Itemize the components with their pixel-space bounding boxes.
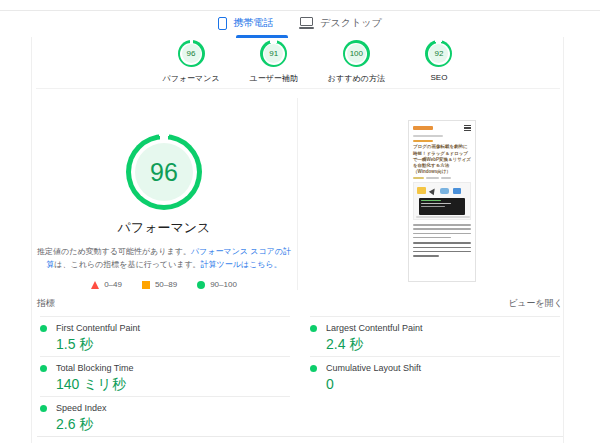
score-item-best-practices[interactable]: 100 おすすめの方法 (315, 40, 397, 84)
legend-pass-range: 90–100 (210, 280, 237, 289)
metric-name: Largest Contentful Paint (326, 323, 423, 333)
legend-average: 50–89 (142, 280, 177, 289)
cursor-icon (429, 187, 437, 195)
webp-file-icon (440, 188, 449, 194)
tab-desktop[interactable]: デスクトップ (299, 14, 381, 32)
description-text: 推定値のため変動する可能性があります。 (37, 247, 191, 256)
metrics-title: 指標 (37, 297, 55, 310)
top-divider (0, 10, 600, 11)
thumb-category-label (413, 140, 433, 143)
score-description: 推定値のため変動する可能性があります。パフォーマンス スコアの計算は、これらの指… (34, 246, 294, 272)
performance-gauge[interactable]: 96 (126, 134, 202, 210)
laptop-base (416, 216, 470, 218)
pass-circle-icon (197, 281, 205, 289)
pass-dot-icon (40, 405, 47, 412)
metric-value: 2.4 秒 (326, 336, 560, 354)
calculator-link[interactable]: 計算ツールはこちら。 (201, 260, 282, 269)
tab-desktop-label: デスクトップ (320, 16, 381, 30)
thumb-paragraph (413, 242, 471, 256)
metrics-column-right: Largest Contentful Paint 2.4 秒 Cumulativ… (310, 316, 560, 397)
terminal-window (419, 198, 465, 215)
accessibility-score-ring: 91 (260, 40, 287, 67)
resize-icon (453, 188, 461, 194)
pass-dot-icon (40, 325, 47, 332)
metric-value: 140 ミリ秒 (56, 376, 290, 394)
score-label: パフォーマンス (162, 73, 219, 84)
score-item-performance[interactable]: 96 パフォーマンス (150, 40, 232, 84)
score-item-accessibility[interactable]: 91 ユーザー補助 (233, 40, 315, 84)
metrics-column-left: First Contentful Paint 1.5 秒 Total Block… (40, 316, 290, 437)
metric-value: 1.5 秒 (56, 336, 290, 354)
folder-icon (417, 187, 426, 194)
score-label: おすすめの方法 (328, 73, 385, 84)
metric-speed-index: Speed Index 2.6 秒 (40, 397, 290, 437)
performance-gauge-value: 96 (150, 158, 178, 187)
expand-view-button[interactable]: ビューを開く (508, 297, 563, 310)
performance-gauge-label: パフォーマンス (31, 219, 297, 237)
pass-dot-icon (310, 365, 317, 372)
scores-divider (36, 88, 560, 89)
metric-name: First Contentful Paint (56, 323, 140, 333)
score-summary-row: 96 パフォーマンス 91 ユーザー補助 100 おすすめの方法 92 SEO (150, 40, 480, 84)
fail-triangle-icon (91, 281, 99, 289)
metric-name: Cumulative Layout Shift (326, 363, 421, 373)
pass-dot-icon (310, 325, 317, 332)
score-legend: 0–49 50–89 90–100 (31, 280, 297, 289)
thumb-article-title: ブログの画像転載を劇的に時短！ドラッグ＆ドロップで一瞬WebP変換＆リサイズを自… (413, 144, 471, 174)
legend-fail: 0–49 (91, 280, 122, 289)
score-item-seo[interactable]: 92 SEO (398, 40, 480, 84)
metrics-bottom-divider (37, 436, 563, 437)
tab-mobile[interactable]: 携帯電話 (218, 14, 273, 32)
pagespeed-insights-report: 携帯電話 デスクトップ 96 パフォーマンス 91 ユーザー補助 100 おすす… (0, 0, 600, 443)
legend-pass: 90–100 (197, 280, 237, 289)
column-divider (297, 98, 298, 290)
pass-dot-icon (40, 365, 47, 372)
site-logo (413, 126, 433, 130)
thumb-featured-image (413, 182, 471, 220)
seo-score-ring: 92 (425, 40, 452, 67)
mobile-phone-icon (218, 17, 227, 30)
score-label: SEO (431, 73, 448, 82)
page-screenshot-thumbnail[interactable]: ブログの画像転載を劇的に時短！ドラッグ＆ドロップで一瞬WebP変換＆リサイズを自… (408, 120, 476, 282)
active-tab-indicator (236, 35, 288, 38)
score-label: ユーザー補助 (249, 73, 297, 84)
metric-total-blocking-time: Total Blocking Time 140 ミリ秒 (40, 357, 290, 397)
description-text: は、これらの指標を基に行っています。 (54, 260, 200, 269)
desktop-icon (299, 17, 314, 29)
thumb-meta-tags (413, 177, 471, 180)
legend-average-range: 50–89 (155, 280, 177, 289)
average-square-icon (142, 281, 150, 289)
thumb-site-header (413, 125, 471, 131)
device-tabs: 携帯電話 デスクトップ (0, 14, 600, 32)
thumb-image-icons (417, 187, 461, 194)
metric-value: 2.6 秒 (56, 416, 290, 434)
thumb-breadcrumb (413, 135, 443, 137)
metric-name: Total Blocking Time (56, 363, 134, 373)
metric-cumulative-layout-shift: Cumulative Layout Shift 0 (310, 357, 560, 397)
legend-fail-range: 0–49 (104, 280, 122, 289)
best-practices-score-ring: 100 (343, 40, 370, 67)
metrics-header: 指標 ビューを開く (37, 297, 563, 310)
hamburger-menu-icon (464, 125, 471, 131)
thumb-paragraph (413, 224, 471, 238)
metric-name: Speed Index (56, 403, 107, 413)
metric-largest-contentful-paint: Largest Contentful Paint 2.4 秒 (310, 317, 560, 357)
metric-first-contentful-paint: First Contentful Paint 1.5 秒 (40, 317, 290, 357)
performance-score-ring: 96 (178, 40, 205, 67)
metric-value: 0 (326, 376, 560, 392)
tab-mobile-label: 携帯電話 (233, 16, 273, 30)
